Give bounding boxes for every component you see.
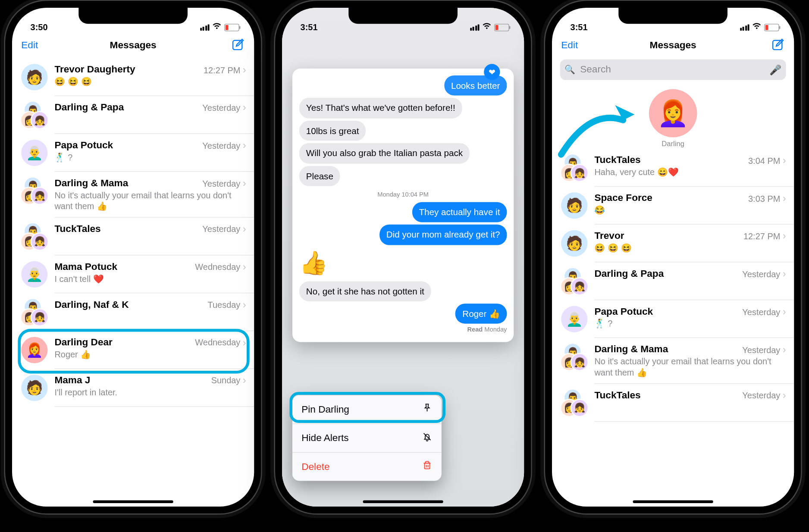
conversation-row[interactable]: 👨👩👧 Darling & Mama Yesterday › No it's a…	[12, 172, 254, 217]
chevron-right-icon: ›	[783, 269, 786, 279]
wifi-icon	[482, 23, 491, 31]
group-avatar: 👨👩👧	[21, 178, 47, 204]
conversation-time: 12:27 PM	[204, 65, 240, 75]
dictation-icon[interactable]: 🎤	[769, 64, 781, 76]
conversation-time: 12:27 PM	[743, 231, 780, 241]
group-avatar: 👨👩👧	[21, 102, 47, 128]
sent-bubble: Looks better	[444, 75, 507, 96]
conversation-preview: Roger 👍	[54, 349, 246, 360]
conversation-name: Darling & Mama	[594, 344, 668, 355]
conversation-row[interactable]: 🧑 Space Force 3:03 PM › 😂	[552, 187, 794, 225]
pinned-conversations: 👩‍🦰 Darling	[552, 86, 794, 149]
conversation-preview: 🕺 ?	[594, 319, 786, 329]
phone-3-pinned-result: 3:51 Edit Messages 🔍 🎤 👩‍🦰 Darling 👨👩👧	[552, 8, 794, 507]
conversation-preview: 😂	[594, 205, 786, 216]
trash-icon	[422, 460, 433, 473]
conversation-row[interactable]: 👨‍🦳 Mama Potuck Wednesday › I can't tell…	[12, 255, 254, 293]
compose-icon	[231, 37, 245, 51]
chevron-right-icon: ›	[243, 140, 246, 150]
conversation-time: Yesterday	[202, 178, 240, 188]
received-bubble: Yes! That's what we've gotten before!!	[299, 98, 462, 118]
conversation-time: Yesterday	[742, 269, 780, 279]
chevron-right-icon: ›	[783, 231, 786, 241]
nav-bar: Edit Messages	[552, 33, 794, 59]
chevron-right-icon: ›	[783, 193, 786, 203]
chevron-right-icon: ›	[243, 224, 246, 234]
avatar: 🧑	[21, 375, 47, 401]
conversation-time: 3:03 PM	[748, 193, 780, 203]
svg-rect-0	[233, 40, 242, 49]
bell-slash-icon	[422, 432, 433, 445]
conversation-row[interactable]: 👨👩👧 Darling, Naf & K Tuesday ›	[12, 293, 254, 331]
received-bubble: No, get it she has not gotten it	[299, 281, 431, 301]
message-timestamp: Monday 10:04 PM	[299, 187, 507, 201]
avatar: 👨‍🦳	[561, 306, 587, 332]
conversation-name: Darling & Mama	[54, 178, 128, 189]
compose-icon	[771, 37, 785, 51]
menu-pin[interactable]: Pin Darling	[292, 395, 442, 423]
search-input[interactable]	[579, 63, 770, 76]
conversation-preview: No it's actually your email that learns …	[54, 190, 246, 212]
home-indicator[interactable]	[633, 500, 713, 503]
avatar: 👨‍🦳	[21, 140, 47, 166]
conversation-name: Darling, Naf & K	[54, 299, 129, 310]
conversation-row[interactable]: 👨👩👧 TuckTales Yesterday ›	[12, 217, 254, 255]
conversation-row[interactable]: 🧑 Mama J Sunday › I'll report in later.	[12, 369, 254, 407]
conversation-row[interactable]: 👨‍🦳 Papa Potuck Yesterday › 🕺 ?	[552, 300, 794, 338]
conversation-row[interactable]: 🧑 Trevor 12:27 PM › 😆 😆 😆	[552, 225, 794, 263]
edit-button[interactable]: Edit	[561, 40, 596, 51]
menu-label: Hide Alerts	[301, 432, 348, 444]
conversation-time: Wednesday	[195, 338, 240, 347]
conversation-time: Yesterday	[202, 224, 240, 234]
conversation-time: Sunday	[211, 376, 241, 385]
conversation-row[interactable]: 👨‍🦳 Papa Potuck Yesterday › 🕺 ?	[12, 134, 254, 172]
conversation-row[interactable]: 👨👩👧 TuckTales Yesterday ›	[552, 384, 794, 422]
battery-low-icon	[494, 24, 509, 31]
wifi-icon	[212, 23, 221, 31]
nav-bar: Edit Messages	[12, 33, 254, 59]
search-bar[interactable]: 🔍 🎤	[560, 59, 786, 80]
conversation-time: Yesterday	[742, 307, 780, 317]
emoji-reaction: 👍	[299, 246, 328, 280]
conversation-name: Darling & Papa	[54, 102, 124, 113]
notch	[78, 8, 188, 24]
chevron-right-icon: ›	[243, 375, 246, 385]
chevron-right-icon: ›	[243, 337, 246, 347]
menu-bell-slash[interactable]: Hide Alerts	[292, 423, 442, 452]
chevron-right-icon: ›	[783, 390, 786, 400]
cell-signal-icon	[740, 25, 749, 31]
conversation-time: 3:04 PM	[748, 155, 780, 165]
conversation-row[interactable]: 👨👩👧 Darling & Papa Yesterday ›	[12, 96, 254, 134]
notch	[348, 8, 458, 24]
pinned-avatar[interactable]: 👩‍🦰	[649, 89, 697, 138]
conversation-list[interactable]: 👨👩👧 TuckTales 3:04 PM › Haha, very cute …	[552, 149, 794, 421]
home-indicator[interactable]	[363, 500, 443, 503]
conversation-row[interactable]: 👨👩👧 Darling & Papa Yesterday ›	[552, 263, 794, 300]
home-indicator[interactable]	[93, 500, 173, 503]
received-bubble: Please	[299, 166, 340, 186]
edit-button[interactable]: Edit	[21, 40, 56, 51]
compose-button[interactable]	[750, 37, 785, 54]
pin-icon	[422, 403, 433, 416]
conversation-list[interactable]: 🧑 Trevor Daugherty 12:27 PM › 😆 😆 😆 👨👩👧 …	[12, 58, 254, 407]
group-avatar: 👨👩👧	[21, 299, 47, 325]
conversation-row[interactable]: 👨👩👧 Darling & Mama Yesterday › No it's a…	[552, 338, 794, 384]
conversation-name: Darling Dear	[54, 337, 112, 348]
avatar: 🧑	[21, 64, 47, 90]
conversation-row[interactable]: 👩‍🦰 Darling Dear Wednesday › Roger 👍	[12, 331, 254, 369]
chevron-right-icon: ›	[243, 65, 246, 75]
group-avatar: 👨👩👧	[561, 268, 587, 294]
chevron-right-icon: ›	[243, 102, 246, 113]
context-menu: Pin DarlingHide AlertsDelete	[292, 395, 442, 481]
conversation-preview-card[interactable]: ❤ Looks better Yes! That's what we've go…	[292, 69, 514, 342]
annotation-arrow-icon	[555, 103, 642, 169]
compose-button[interactable]	[210, 37, 245, 54]
conversation-name: Trevor Daugherty	[54, 64, 135, 75]
conversation-time: Yesterday	[742, 390, 780, 400]
menu-delete[interactable]: Delete	[292, 452, 442, 481]
chevron-right-icon: ›	[783, 307, 786, 317]
conversation-time: Yesterday	[202, 103, 240, 113]
phone-1-messages-list: 3:50 Edit Messages 🧑 Trevor Daugherty 12…	[12, 8, 254, 507]
conversation-row[interactable]: 🧑 Trevor Daugherty 12:27 PM › 😆 😆 😆	[12, 58, 254, 96]
conversation-preview: Haha, very cute 😄❤️	[594, 167, 786, 178]
